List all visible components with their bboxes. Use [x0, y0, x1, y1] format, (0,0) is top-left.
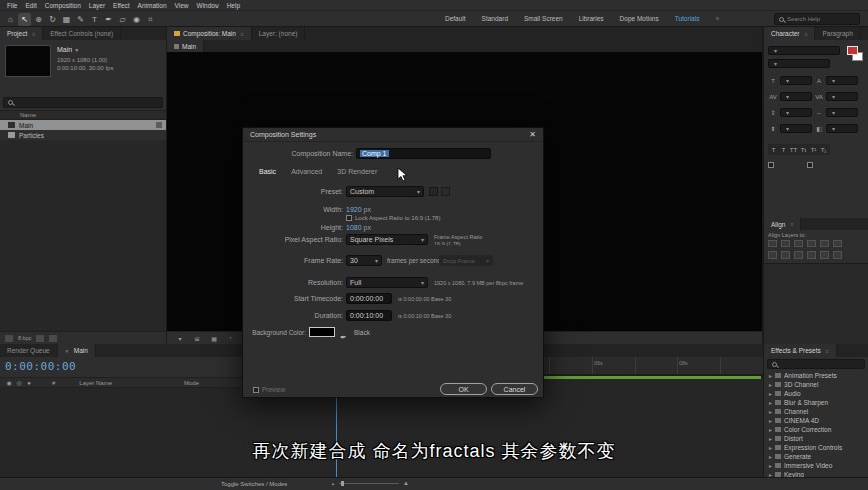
zoom-level-icon[interactable]: ▾ — [175, 334, 185, 343]
dialog-titlebar[interactable]: Composition Settings ✕ — [243, 128, 543, 142]
delete-preset-icon[interactable] — [441, 187, 450, 196]
distribute-top-icon[interactable] — [768, 251, 777, 259]
fx-category-channel[interactable]: Channel — [764, 407, 868, 416]
superscript-icon[interactable]: T¹ — [809, 145, 819, 154]
distribute-left-icon[interactable] — [807, 251, 816, 259]
composition-name-input[interactable]: Comp 1 — [356, 148, 491, 159]
tab-character[interactable]: Character — [764, 27, 815, 40]
eye-icon[interactable]: ◉ — [4, 378, 14, 387]
tab-advanced[interactable]: Advanced — [291, 168, 322, 175]
distribute-h-center-icon[interactable] — [820, 251, 829, 259]
align-left-icon[interactable] — [768, 240, 777, 247]
workspace-tutorials[interactable]: Tutorials — [667, 15, 708, 22]
align-top-icon[interactable] — [807, 240, 816, 247]
menu-effect[interactable]: Effect — [109, 2, 134, 9]
solo-icon[interactable]: ● — [24, 378, 34, 387]
hindi-digits-checkbox[interactable] — [807, 162, 813, 168]
baseline-shift-dropdown[interactable] — [780, 124, 812, 133]
faux-bold-icon[interactable]: T — [769, 145, 779, 154]
current-time-icon[interactable]: ◔ — [225, 334, 235, 343]
pen-tool-icon[interactable]: ✎ — [74, 13, 87, 26]
kerning-dropdown[interactable] — [780, 92, 812, 101]
zoom-out-icon[interactable]: ▲ — [331, 481, 335, 486]
tab-effects-presets[interactable]: Effects & Presets — [764, 344, 837, 357]
camera-tool-icon[interactable]: ▦ — [60, 13, 73, 26]
distribute-bottom-icon[interactable] — [794, 251, 803, 259]
pixel-aspect-dropdown[interactable]: Square Pixels — [346, 234, 428, 245]
eyedropper-icon[interactable] — [340, 326, 347, 344]
roto-tool-icon[interactable]: ◉ — [130, 13, 143, 26]
distribute-right-icon[interactable] — [833, 251, 842, 259]
current-timecode[interactable]: 0:00:00:00 — [5, 360, 76, 373]
fill-color-swatch[interactable] — [847, 46, 858, 55]
height-value[interactable]: 1080 px — [346, 224, 371, 231]
resolution-dropdown[interactable]: Full — [346, 277, 428, 288]
lock-aspect-checkbox[interactable] — [346, 215, 352, 221]
tab-composition[interactable]: Composition: Main — [167, 27, 252, 40]
project-search-box[interactable] — [3, 97, 163, 108]
close-icon[interactable]: ✕ — [529, 130, 536, 139]
viewer-tab-main[interactable]: Main — [167, 40, 204, 52]
start-timecode-input[interactable]: 0:00:00:00 — [346, 293, 392, 304]
zoom-slider-handle[interactable] — [341, 481, 344, 486]
home-icon[interactable]: ⌂ — [4, 13, 17, 26]
workspace-small-screen[interactable]: Small Screen — [516, 15, 571, 22]
brush-tool-icon[interactable]: ✒ — [102, 13, 115, 26]
bit-depth-label[interactable]: 8 bpc — [18, 335, 31, 341]
shape-tool-icon[interactable]: ▱ — [116, 13, 129, 26]
zoom-slider[interactable] — [339, 483, 399, 484]
cancel-button[interactable]: Cancel — [491, 383, 538, 395]
horizontal-scale-dropdown[interactable] — [826, 108, 858, 117]
preview-checkbox[interactable] — [253, 387, 259, 393]
tab-align[interactable]: Align — [764, 218, 801, 230]
col-mode-label[interactable]: Mode — [184, 380, 199, 386]
grid-guides-icon[interactable]: ⊞ — [192, 334, 202, 343]
width-number[interactable]: 1920 — [346, 206, 362, 213]
fx-category-cinema4d[interactable]: CINEMA 4D — [764, 416, 868, 425]
menu-animation[interactable]: Animation — [134, 2, 171, 9]
leading-dropdown[interactable] — [826, 76, 858, 85]
project-name-column-header[interactable]: Name — [0, 110, 166, 120]
align-h-center-icon[interactable] — [781, 240, 790, 247]
puppet-tool-icon[interactable]: ⌗ — [144, 13, 157, 26]
width-value[interactable]: 1920 px — [346, 206, 371, 213]
zoom-tool-icon[interactable]: ⊕ — [32, 13, 45, 26]
tab-render-queue[interactable]: Render Queue — [0, 344, 58, 357]
tab-timeline-main[interactable]: Main — [58, 344, 96, 357]
project-item-particles[interactable]: Particles — [0, 130, 166, 140]
vertical-scale-dropdown[interactable] — [780, 108, 812, 117]
timeline-layer-area-left[interactable] — [0, 388, 334, 477]
project-list-empty-area[interactable] — [0, 140, 166, 331]
workspace-dope-motions[interactable]: Dope Motions — [612, 15, 667, 22]
project-item-main[interactable]: Main — [0, 120, 166, 130]
menu-view[interactable]: View — [171, 2, 193, 9]
workspace-standard[interactable]: Standard — [474, 15, 516, 22]
fx-category-3d-channel[interactable]: 3D Channel — [764, 380, 868, 389]
interpret-footage-icon[interactable] — [5, 335, 13, 342]
menu-edit[interactable]: Edit — [21, 2, 40, 9]
ligatures-checkbox[interactable] — [768, 162, 774, 168]
tracking-dropdown[interactable] — [826, 92, 858, 101]
col-hash-label[interactable]: # — [52, 380, 55, 386]
zoom-in-icon[interactable]: ▲ — [403, 480, 409, 486]
all-caps-icon[interactable]: TT — [789, 145, 799, 154]
faux-italic-icon[interactable]: T — [779, 145, 789, 154]
rotate-tool-icon[interactable]: ↻ — [46, 13, 59, 26]
project-comp-name[interactable]: Main ▼ — [57, 46, 79, 53]
height-number[interactable]: 1080 — [346, 224, 362, 231]
fx-category-blur-sharpen[interactable]: Blur & Sharpen — [764, 398, 868, 407]
font-style-dropdown[interactable] — [768, 59, 830, 68]
duration-input[interactable]: 0:00:10:00 — [346, 310, 392, 321]
ok-button[interactable]: OK — [440, 383, 487, 395]
preset-dropdown[interactable]: Custom — [346, 186, 424, 197]
menu-help[interactable]: Help — [223, 2, 244, 9]
distribute-v-center-icon[interactable] — [781, 251, 790, 259]
new-composition-icon[interactable] — [49, 335, 57, 342]
font-family-dropdown[interactable] — [768, 46, 840, 55]
frame-rate-dropdown[interactable]: 30 — [346, 255, 382, 266]
fx-category-animation-presets[interactable]: Animation Presets — [764, 371, 868, 380]
menu-composition[interactable]: Composition — [41, 2, 85, 9]
workspace-libraries[interactable]: Libraries — [571, 15, 612, 22]
tab-layer[interactable]: Layer: (none) — [252, 27, 306, 40]
menu-file[interactable]: File — [3, 2, 21, 9]
